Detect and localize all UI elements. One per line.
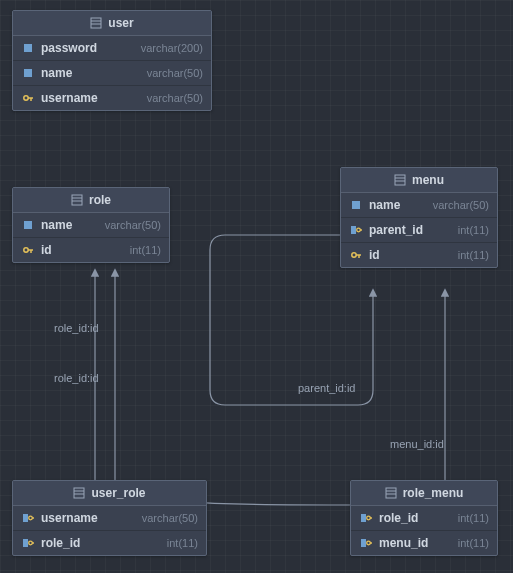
svg-rect-37 (361, 514, 366, 522)
column-name: username (41, 91, 98, 105)
svg-point-22 (352, 253, 356, 257)
svg-point-5 (24, 96, 28, 100)
relation-label: role_id:id (54, 372, 99, 384)
table-menu-title: menu (412, 173, 444, 187)
column-row[interactable]: role_id int(11) (13, 531, 206, 555)
column-row[interactable]: name varchar(50) (341, 193, 497, 218)
column-type: varchar(50) (105, 219, 161, 231)
column-name: role_id (41, 536, 80, 550)
svg-rect-28 (23, 514, 28, 522)
column-type: int(11) (458, 249, 489, 261)
table-icon (71, 194, 83, 206)
table-icon (385, 487, 397, 499)
column-name: id (369, 248, 380, 262)
column-row[interactable]: name varchar(50) (13, 213, 169, 238)
fk-icon (359, 537, 373, 549)
column-row[interactable]: username varchar(50) (13, 506, 206, 531)
table-user-role-title: user_role (91, 486, 145, 500)
column-type: varchar(200) (141, 42, 203, 54)
svg-point-38 (367, 516, 371, 520)
svg-point-29 (29, 516, 33, 520)
column-icon (21, 219, 35, 231)
table-user-title: user (108, 16, 133, 30)
column-type: int(11) (458, 512, 489, 524)
column-type: varchar(50) (147, 67, 203, 79)
fk-icon (21, 537, 35, 549)
svg-rect-3 (24, 44, 32, 52)
key-icon (21, 92, 35, 104)
svg-rect-11 (24, 221, 32, 229)
table-user-role[interactable]: user_role username varchar(50) role_id i… (12, 480, 207, 556)
svg-rect-18 (352, 201, 360, 209)
column-name: role_id (379, 511, 418, 525)
table-icon (73, 487, 85, 499)
column-row[interactable]: menu_id int(11) (351, 531, 497, 555)
column-row[interactable]: id int(11) (13, 238, 169, 262)
column-row[interactable]: password varchar(200) (13, 36, 211, 61)
svg-point-20 (357, 228, 361, 232)
key-icon (349, 249, 363, 261)
key-icon (21, 244, 35, 256)
column-row[interactable]: id int(11) (341, 243, 497, 267)
column-name: parent_id (369, 223, 423, 237)
svg-point-12 (24, 248, 28, 252)
column-type: varchar(50) (433, 199, 489, 211)
column-name: id (41, 243, 52, 257)
column-name: username (41, 511, 98, 525)
table-user-role-header: user_role (13, 481, 206, 506)
column-row[interactable]: parent_id int(11) (341, 218, 497, 243)
column-icon (349, 199, 363, 211)
relation-label: role_id:id (54, 322, 99, 334)
table-user-header: user (13, 11, 211, 36)
column-name: name (41, 66, 72, 80)
fk-icon (349, 224, 363, 236)
relation-label: parent_id:id (298, 382, 356, 394)
table-menu-header: menu (341, 168, 497, 193)
table-role-menu[interactable]: role_menu role_id int(11) menu_id int(11… (350, 480, 498, 556)
table-role-title: role (89, 193, 111, 207)
table-icon (394, 174, 406, 186)
column-type: int(11) (458, 224, 489, 236)
table-role-menu-header: role_menu (351, 481, 497, 506)
column-name: name (369, 198, 400, 212)
table-role-menu-title: role_menu (403, 486, 464, 500)
fk-icon (359, 512, 373, 524)
svg-rect-40 (361, 539, 366, 547)
column-type: int(11) (167, 537, 198, 549)
svg-rect-8 (72, 195, 82, 205)
svg-rect-34 (386, 488, 396, 498)
column-name: menu_id (379, 536, 428, 550)
column-name: password (41, 41, 97, 55)
svg-rect-19 (351, 226, 356, 234)
table-icon (90, 17, 102, 29)
relation-label: menu_id:id (390, 438, 444, 450)
column-type: varchar(50) (147, 92, 203, 104)
column-row[interactable]: role_id int(11) (351, 506, 497, 531)
svg-rect-4 (24, 69, 32, 77)
table-role[interactable]: role name varchar(50) id int(11) (12, 187, 170, 263)
column-type: int(11) (458, 537, 489, 549)
column-row[interactable]: username varchar(50) (13, 86, 211, 110)
column-type: varchar(50) (142, 512, 198, 524)
svg-rect-0 (91, 18, 101, 28)
column-icon (21, 42, 35, 54)
fk-icon (21, 512, 35, 524)
table-user[interactable]: user password varchar(200) name varchar(… (12, 10, 212, 111)
column-icon (21, 67, 35, 79)
column-name: name (41, 218, 72, 232)
column-type: int(11) (130, 244, 161, 256)
svg-point-32 (29, 541, 33, 545)
svg-rect-15 (395, 175, 405, 185)
column-row[interactable]: name varchar(50) (13, 61, 211, 86)
table-menu[interactable]: menu name varchar(50) parent_id int(11) … (340, 167, 498, 268)
svg-rect-25 (74, 488, 84, 498)
table-role-header: role (13, 188, 169, 213)
svg-point-41 (367, 541, 371, 545)
svg-rect-31 (23, 539, 28, 547)
